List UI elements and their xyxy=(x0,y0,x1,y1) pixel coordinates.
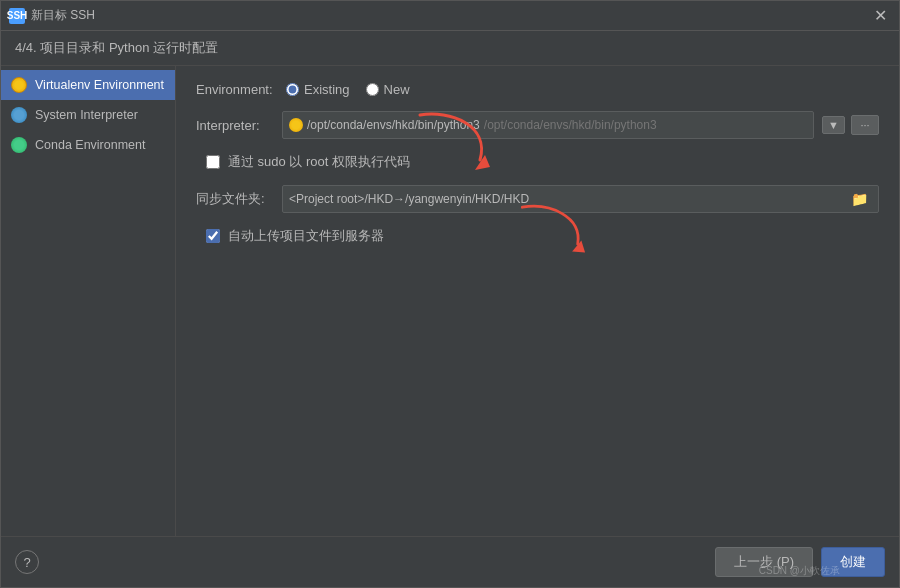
window-title: 新目标 SSH xyxy=(31,7,870,24)
sidebar-item-system-label: System Interpreter xyxy=(35,108,138,122)
content-area: Virtualenv Environment System Interprete… xyxy=(1,66,899,536)
auto-upload-checkbox[interactable] xyxy=(206,229,220,243)
sudo-label: 通过 sudo 以 root 权限执行代码 xyxy=(228,153,410,171)
close-button[interactable]: ✕ xyxy=(870,6,891,25)
sync-input-wrapper[interactable]: <Project root>/HKD→/yangwenyin/HKD/HKD 📁 xyxy=(282,185,879,213)
sidebar-item-conda-label: Conda Environment xyxy=(35,138,145,152)
auto-upload-checkbox-row: 自动上传项目文件到服务器 xyxy=(196,227,879,245)
footer: ? 上一步 (P) 创建 xyxy=(1,536,899,587)
existing-label: Existing xyxy=(304,82,350,97)
interpreter-input-wrapper[interactable]: /opt/conda/envs/hkd/bin/python3 /opt/con… xyxy=(282,111,814,139)
conda-icon xyxy=(11,137,27,153)
existing-option[interactable]: Existing xyxy=(286,82,350,97)
interpreter-row: Interpreter: /opt/conda/envs/hkd/bin/pyt… xyxy=(196,111,879,139)
interpreter-browse-button[interactable]: ··· xyxy=(851,115,879,135)
main-panel: Environment: Existing New Inte xyxy=(176,66,899,536)
sudo-checkbox-row: 通过 sudo 以 root 权限执行代码 xyxy=(196,153,879,171)
auto-upload-label: 自动上传项目文件到服务器 xyxy=(228,227,384,245)
system-icon xyxy=(11,107,27,123)
new-option[interactable]: New xyxy=(366,82,410,97)
sudo-checkbox[interactable] xyxy=(206,155,220,169)
create-button[interactable]: 创建 xyxy=(821,547,885,577)
sidebar-item-virtualenv[interactable]: Virtualenv Environment xyxy=(1,70,175,100)
interpreter-path-main: /opt/conda/envs/hkd/bin/python3 xyxy=(307,118,480,132)
new-label: New xyxy=(384,82,410,97)
sidebar-item-system[interactable]: System Interpreter xyxy=(1,100,175,130)
interpreter-label: Interpreter: xyxy=(196,118,276,133)
sync-label: 同步文件夹: xyxy=(196,190,276,208)
interpreter-path-sub: /opt/conda/envs/hkd/bin/python3 xyxy=(484,118,657,132)
sidebar-item-virtualenv-label: Virtualenv Environment xyxy=(35,78,164,92)
new-radio[interactable] xyxy=(366,83,379,96)
sidebar: Virtualenv Environment System Interprete… xyxy=(1,66,176,536)
existing-radio[interactable] xyxy=(286,83,299,96)
footer-left: ? xyxy=(15,550,39,574)
interpreter-dropdown-button[interactable]: ▼ xyxy=(822,116,845,134)
environment-row: Environment: Existing New xyxy=(196,82,879,97)
sidebar-item-conda[interactable]: Conda Environment xyxy=(1,130,175,160)
titlebar: SSH 新目标 SSH ✕ xyxy=(1,1,899,31)
help-button[interactable]: ? xyxy=(15,550,39,574)
environment-label: Environment: xyxy=(196,82,276,97)
main-window: SSH 新目标 SSH ✕ 4/4. 项目目录和 Python 运行时配置 Vi… xyxy=(0,0,900,588)
breadcrumb: 4/4. 项目目录和 Python 运行时配置 xyxy=(1,31,899,66)
footer-right: 上一步 (P) 创建 xyxy=(715,547,885,577)
python-icon xyxy=(289,118,303,132)
sync-row: 同步文件夹: <Project root>/HKD→/yangwenyin/HK… xyxy=(196,185,879,213)
environment-radio-group: Existing New xyxy=(286,82,410,97)
app-icon: SSH xyxy=(9,8,25,24)
sync-browse-button[interactable]: 📁 xyxy=(847,191,872,207)
virtualenv-icon xyxy=(11,77,27,93)
prev-button[interactable]: 上一步 (P) xyxy=(715,547,813,577)
sync-path: <Project root>/HKD→/yangwenyin/HKD/HKD xyxy=(289,192,847,206)
